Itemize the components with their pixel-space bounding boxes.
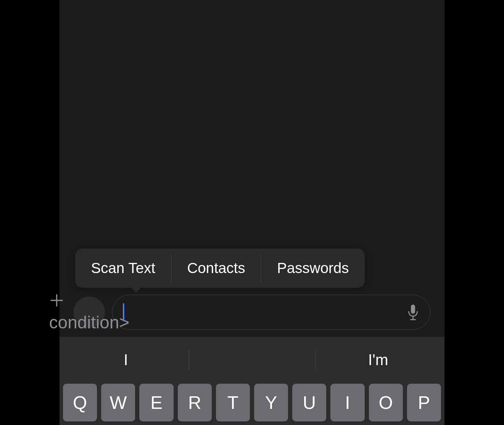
- microphone-icon: [406, 304, 420, 321]
- add-button[interactable]: condition>: [74, 297, 105, 328]
- context-menu-passwords[interactable]: Passwords: [261, 249, 364, 288]
- key-r[interactable]: R: [178, 384, 212, 421]
- suggestion-3[interactable]: I'm: [315, 343, 441, 377]
- content-area: Scan Text Contacts Passwords condition>: [59, 0, 444, 337]
- keyboard: I I'm Q W E R T Y U I O P: [59, 337, 444, 425]
- screen: Scan Text Contacts Passwords condition>: [59, 0, 444, 425]
- key-o[interactable]: O: [369, 384, 403, 421]
- key-e[interactable]: E: [139, 384, 173, 421]
- key-t[interactable]: T: [216, 384, 250, 421]
- key-q[interactable]: Q: [63, 384, 97, 421]
- suggestion-1[interactable]: I: [63, 343, 189, 377]
- key-u[interactable]: U: [292, 384, 326, 421]
- device-frame: Scan Text Contacts Passwords condition>: [42, 0, 462, 425]
- microphone-button[interactable]: [406, 304, 420, 321]
- key-y[interactable]: Y: [254, 384, 288, 421]
- text-cursor: [123, 303, 124, 321]
- context-menu-contacts[interactable]: Contacts: [172, 249, 261, 288]
- input-bar: condition>: [74, 295, 430, 330]
- menu-tail: [131, 287, 142, 293]
- key-w[interactable]: W: [101, 384, 135, 421]
- svg-rect-0: [411, 305, 415, 314]
- key-i[interactable]: I: [330, 384, 364, 421]
- text-input[interactable]: [112, 295, 430, 330]
- keyboard-row-1: Q W E R T Y U I O P: [59, 377, 444, 425]
- context-menu-scan-text[interactable]: Scan Text: [75, 249, 171, 288]
- context-menu: Scan Text Contacts Passwords: [75, 249, 365, 288]
- suggestions-row: I I'm: [59, 343, 444, 377]
- suggestion-2[interactable]: [189, 343, 315, 377]
- key-p[interactable]: P: [407, 384, 441, 421]
